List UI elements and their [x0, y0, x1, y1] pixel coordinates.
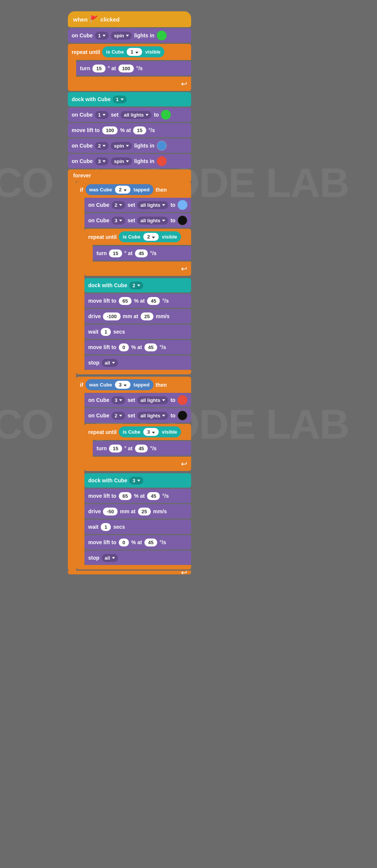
red-color2[interactable]	[178, 395, 187, 405]
repeat-until-1-header[interactable]: repeat until is Cube 1 visible	[68, 44, 191, 60]
blue-light-color[interactable]	[157, 141, 167, 151]
flag-icon: 🚩	[90, 15, 98, 23]
turn-speed-2[interactable]: 45	[135, 249, 148, 257]
was-cube3-tapped-pill[interactable]: was Cube 3 tapped	[86, 379, 153, 390]
cube2-setblack2-pill[interactable]: 2	[112, 412, 125, 420]
wait-2-block[interactable]: wait 1 secs	[84, 520, 191, 534]
all-lights-3-pill[interactable]: all lights	[137, 217, 168, 225]
drive2-dist[interactable]: -50	[103, 508, 118, 516]
dock1-cube-pill[interactable]: 1	[113, 95, 126, 103]
lift5-speed[interactable]: 45	[144, 539, 157, 546]
cube2-set-black2-block[interactable]: on Cube 2 set all lights to	[84, 408, 191, 423]
cube3-spin-pill[interactable]: 3	[95, 157, 109, 165]
clicked-label: clicked	[100, 16, 120, 23]
lift4-pct[interactable]: 65	[119, 492, 132, 500]
black-color2[interactable]	[178, 411, 187, 420]
drive-2-block[interactable]: drive -50 mm at 25 mm/s	[84, 504, 191, 519]
stop1-all-pill[interactable]: all	[102, 359, 118, 367]
cube3-setred-pill[interactable]: 3	[112, 396, 125, 404]
spin3-pill[interactable]: spin	[111, 157, 132, 165]
lift5-pct[interactable]: 0	[119, 539, 129, 546]
move-lift-2-block[interactable]: move lift to 65 % at 45 °/s	[84, 294, 191, 308]
blocks-container: when 🚩 clicked on Cube 1 spin lights in …	[68, 11, 191, 574]
all-lights-5-pill[interactable]: all lights	[137, 412, 168, 420]
dock-cube3-block[interactable]: dock with Cube 3	[84, 473, 191, 488]
was-cube2-tapped-pill[interactable]: was Cube 2 tapped	[86, 184, 153, 195]
cube2-set-blue-block[interactable]: on Cube 2 set all lights to	[84, 198, 191, 212]
wait2-secs[interactable]: 1	[101, 523, 111, 531]
stop-1-block[interactable]: stop all	[84, 356, 191, 370]
wait-1-block[interactable]: wait 1 secs	[84, 325, 191, 339]
turn-deg-2[interactable]: 15	[109, 249, 122, 257]
repeat-close-3: ↩	[84, 457, 191, 471]
wait1-secs[interactable]: 1	[101, 328, 111, 336]
turn-speed-3[interactable]: 45	[135, 445, 148, 452]
dock-cube1-block[interactable]: dock with Cube 1	[68, 92, 191, 106]
repeat-until-3-header[interactable]: repeat until is Cube 3 visible	[84, 424, 191, 440]
is-cube-3-visible-pill[interactable]: is Cube 3 visible	[119, 426, 181, 437]
forever-close: ↩	[68, 571, 191, 574]
turn-1-block[interactable]: turn 15 ° at 100 °/s	[76, 61, 191, 75]
stop2-all-pill[interactable]: all	[102, 554, 118, 562]
lift3-speed[interactable]: 45	[144, 343, 157, 351]
stop-2-block[interactable]: stop all	[84, 551, 191, 565]
lift2-speed[interactable]: 45	[147, 297, 160, 305]
if-2-tapped-header[interactable]: if was Cube 2 tapped then	[76, 182, 191, 198]
drive1-speed[interactable]: 25	[141, 312, 153, 320]
all-lights-4-pill[interactable]: all lights	[137, 396, 168, 404]
cube3-set-black-block[interactable]: on Cube 3 set all lights to	[84, 213, 191, 228]
turn-3-block[interactable]: turn 15 ° at 45 °/s	[93, 441, 191, 456]
black-color1[interactable]	[178, 215, 187, 225]
lift4-speed[interactable]: 45	[147, 492, 160, 500]
cube2-spin-pill[interactable]: 2	[95, 142, 109, 150]
if-2-tapped-wrapper: if was Cube 2 tapped then on Cube 2	[76, 182, 191, 374]
spin-pill[interactable]: spin	[111, 32, 132, 40]
if-2-close	[76, 370, 191, 374]
on-cube1-spin-block[interactable]: on Cube 1 spin lights in	[68, 28, 191, 43]
cube3-set-red-block[interactable]: on Cube 3 set all lights to	[84, 393, 191, 407]
dock2-cube-pill[interactable]: 2	[129, 282, 143, 289]
turn-deg-3[interactable]: 15	[109, 445, 122, 452]
move-lift-3-block[interactable]: move lift to 0 % at 45 °/s	[84, 340, 191, 354]
spin2-pill[interactable]: spin	[111, 142, 132, 150]
hat-block[interactable]: when 🚩 clicked	[68, 11, 191, 27]
is-cube-2-visible-pill[interactable]: is Cube 2 visible	[119, 231, 181, 242]
lift2-pct[interactable]: 65	[119, 297, 132, 305]
move-lift-1-block[interactable]: move lift to 100 % at 15 °/s	[68, 123, 191, 137]
set1-cube-pill[interactable]: 1	[95, 111, 109, 119]
cube3-setblack-pill[interactable]: 3	[112, 217, 125, 225]
move-lift-4-block[interactable]: move lift to 65 % at 45 °/s	[84, 489, 191, 503]
forever-wrapper: forever if was Cube 2 tapped then	[68, 169, 191, 574]
drive1-dist[interactable]: -100	[103, 312, 120, 320]
on-cube2-spin-block[interactable]: on Cube 2 spin lights in	[68, 139, 191, 153]
all-lights-1-pill[interactable]: all lights	[121, 111, 152, 119]
turn-2-block[interactable]: turn 15 ° at 45 °/s	[93, 246, 191, 260]
lift1-speed[interactable]: 15	[133, 126, 146, 134]
when-label: when	[73, 16, 87, 23]
if-3-tapped-header[interactable]: if was Cube 3 tapped then	[76, 377, 191, 393]
loop-arrow-1: ↩	[181, 79, 187, 88]
is-cube-1-visible-pill[interactable]: is Cube 1 visible	[102, 46, 164, 57]
all-lights-2-pill[interactable]: all lights	[137, 201, 168, 209]
dock3-cube-pill[interactable]: 3	[129, 477, 143, 485]
turn-deg-1[interactable]: 15	[92, 65, 105, 72]
cube2-setblue-pill[interactable]: 2	[112, 201, 125, 209]
set-green-color[interactable]	[161, 110, 171, 120]
red-color[interactable]	[157, 156, 167, 166]
repeat-until-2-header[interactable]: repeat until is Cube 2 visible	[84, 229, 191, 245]
dock-cube2-block[interactable]: dock with Cube 2	[84, 278, 191, 292]
if-3-tapped-wrapper: if was Cube 3 tapped then on Cube 3	[76, 377, 191, 569]
on-cube1-set-lights-block[interactable]: on Cube 1 set all lights to	[68, 108, 191, 122]
cube1-pill[interactable]: 1	[95, 32, 109, 40]
drive-1-block[interactable]: drive -100 mm at 25 mm/s	[84, 309, 191, 323]
lift1-pct[interactable]: 100	[102, 126, 118, 134]
blue-light-color2[interactable]	[178, 200, 187, 210]
forever-header[interactable]: forever	[68, 169, 191, 182]
turn-speed-1[interactable]: 100	[118, 65, 134, 72]
drive2-speed[interactable]: 25	[138, 508, 151, 516]
repeat-until-2-wrapper: repeat until is Cube 2 visible	[84, 229, 191, 276]
move-lift-5-block[interactable]: move lift to 0 % at 45 °/s	[84, 535, 191, 549]
green-color[interactable]	[157, 31, 167, 40]
on-cube3-spin-block[interactable]: on Cube 3 spin lights in	[68, 154, 191, 168]
lift3-pct[interactable]: 0	[119, 343, 129, 351]
